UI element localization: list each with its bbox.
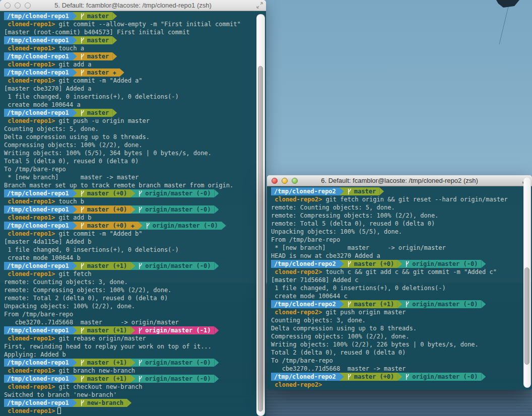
prompt-name: cloned-repo1>: [4, 407, 55, 414]
prompt-branch-segment: master: [77, 52, 112, 60]
terminal-line: Delta compression using up to 8 threads.: [271, 324, 532, 332]
prompt-branch-segment: master: [77, 12, 112, 20]
scrollbar-track[interactable]: [523, 177, 531, 388]
output-text: [master cbe3270] Added a: [4, 85, 91, 92]
powerline-separator-icon: [130, 189, 135, 197]
powerline-separator-icon: [130, 375, 135, 383]
output-text: Compressing objects: 100% (2/2), done.: [4, 142, 143, 149]
git-branch-icon: [347, 188, 352, 195]
terminal-line: /tmp/cloned-repo1master: [4, 12, 266, 20]
prompt-branch-segment: origin/master (-0): [402, 300, 481, 308]
command-text: git add b: [55, 214, 91, 221]
git-branch-icon: [80, 190, 85, 197]
prompt-branch-segment: origin/master (-0): [135, 262, 214, 270]
prompt-path-segment: /tmp/cloned-repo2: [271, 300, 340, 308]
prompt-branch-segment: origin/master (-0): [135, 375, 214, 383]
segment-label: /tmp/cloned-repo1: [7, 326, 69, 334]
prompt-path-segment: /tmp/cloned-repo1: [4, 326, 73, 334]
scrollbar-track[interactable]: [256, 14, 265, 416]
terminal-screen[interactable]: /tmp/cloned-repo2master cloned-repo2> gi…: [267, 186, 532, 390]
scrollbar-thumb[interactable]: [524, 267, 529, 365]
window-title: 5. Default: fcamblor@lacoste: /tmp/clone…: [0, 0, 266, 11]
output-text: create mode 100644 a: [4, 101, 81, 108]
git-branch-icon: [347, 374, 352, 380]
git-branch-icon: [138, 327, 143, 334]
terminal-line: [master (root-commit) b404573] First ini…: [4, 28, 266, 36]
prompt-name: cloned-repo1>: [4, 45, 55, 52]
terminal-line: * [new branch] master -> origin/master: [271, 244, 532, 252]
prompt-branch-segment: origin/master (-0): [402, 260, 481, 268]
terminal-line: cloned-repo2> touch c && git add c && gi…: [271, 268, 532, 276]
powerline-separator-icon: [112, 36, 117, 44]
output-text: Switched to branch 'new-branch': [4, 391, 117, 398]
segment-label: origin/master (-0): [412, 373, 478, 381]
terminal-line: Delta compression using up to 8 threads.: [4, 133, 266, 141]
terminal-line: /tmp/cloned-repo1master (+0)origin/maste…: [4, 205, 266, 214]
terminal-line: /tmp/cloned-repo1master (+0)origin/maste…: [4, 189, 266, 197]
powerline-separator-icon: [120, 68, 124, 77]
prompt-name: cloned-repo2>: [271, 268, 322, 275]
window-title: 6. Default: fcamblor@lacoste: /tmp/clone…: [267, 175, 532, 186]
powerline-separator-icon: [73, 399, 77, 407]
terminal-line: /tmp/cloned-repo1master (+1)origin/maste…: [4, 262, 266, 270]
prompt-name: cloned-repo1>: [4, 270, 55, 278]
terminal-cursor: [57, 407, 61, 414]
output-text: Delta compression using up to 8 threads.: [271, 325, 417, 332]
command-text: git rebase origin/master: [55, 335, 146, 342]
terminal-line: [master cbe3270] Added a: [4, 85, 266, 93]
terminal-line: cloned-repo1>: [4, 407, 266, 415]
fullscreen-icon[interactable]: [256, 2, 263, 9]
terminal-line: 1 file changed, 0 insertions(+), 0 delet…: [271, 284, 532, 292]
powerline-separator-icon: [130, 262, 135, 270]
powerline-separator-icon: [214, 262, 219, 270]
terminal-line: /tmp/cloned-repo2master (+0)origin/maste…: [271, 373, 532, 381]
prompt-name: cloned-repo1>: [4, 61, 55, 68]
prompt-name: cloned-repo2>: [271, 309, 322, 316]
git-branch-icon: [405, 261, 410, 267]
segment-label: origin/master (-0): [412, 300, 478, 308]
title-bar[interactable]: 5. Default: fcamblor@lacoste: /tmp/clone…: [0, 0, 266, 11]
segment-label: master (+0): [87, 189, 127, 197]
powerline-separator-icon: [73, 326, 77, 334]
output-text: create mode 100644 b: [4, 254, 81, 261]
terminal-line: cloned-repo1> git commit -m "Added a": [4, 77, 266, 85]
command-text: git push origin master: [322, 309, 406, 316]
powerline-separator-icon: [130, 205, 135, 214]
terminal-line: Counting objects: 5, done.: [4, 125, 266, 133]
terminal-line: cloned-repo1> touch a: [4, 44, 266, 52]
prompt-name: cloned-repo1>: [4, 198, 55, 205]
output-text: Writing objects: 100% (2/2), 226 bytes |…: [271, 341, 479, 348]
prompt-branch-segment: origin/master (-0): [135, 189, 214, 197]
command-text: touch a: [55, 45, 84, 52]
segment-label: origin/master (-0): [145, 262, 211, 270]
terminal-line: /tmp/cloned-repo2master (+0)origin/maste…: [271, 260, 532, 268]
prompt-path-segment: /tmp/cloned-repo1: [4, 109, 73, 117]
prompt-branch-segment: origin/master (-0): [135, 205, 214, 214]
git-branch-icon: [347, 261, 352, 267]
output-text: * [new branch] master -> master: [4, 174, 139, 181]
terminal-line: 1 file changed, 0 insertions(+), 0 delet…: [4, 246, 266, 254]
terminal-line: /tmp/cloned-repo1master: [4, 52, 266, 60]
title-bar[interactable]: 6. Default: fcamblor@lacoste: /tmp/clone…: [267, 175, 532, 186]
prompt-path-segment: /tmp/cloned-repo1: [4, 36, 73, 44]
output-text: Total 2 (delta 0), reused 0 (delta 0): [271, 349, 406, 356]
segment-label: /tmp/cloned-repo1: [7, 262, 69, 270]
prompt-name: cloned-repo2>: [271, 381, 322, 388]
terminal-line: Switched to branch 'new-branch': [4, 391, 266, 399]
prompt-branch-segment: origin/master (-0): [143, 222, 222, 230]
git-branch-icon: [138, 263, 143, 269]
scrollbar-thumb[interactable]: [258, 66, 263, 411]
prompt-branch-segment: master (+1): [77, 262, 130, 270]
terminal-line: remote: Total 2 (delta 0), reused 0 (del…: [4, 294, 266, 302]
prompt-path-segment: /tmp/cloned-repo1: [4, 52, 73, 60]
output-text: create mode 100644 c: [271, 293, 348, 300]
output-text: 1 file changed, 0 insertions(+), 0 delet…: [271, 285, 446, 292]
terminal-line: create mode 100644 c: [271, 292, 532, 300]
git-branch-icon: [347, 301, 352, 308]
prompt-path-segment: /tmp/cloned-repo1: [4, 68, 73, 77]
terminal-line: cloned-repo1> git push -u origin master: [4, 117, 266, 125]
terminal-line: cloned-repo1> git fetch: [4, 270, 266, 278]
segment-label: master (+0): [354, 260, 394, 268]
prompt-branch-segment: master (+0) ✚: [77, 222, 138, 230]
terminal-screen[interactable]: /tmp/cloned-repo1master cloned-repo1> gi…: [0, 11, 266, 416]
